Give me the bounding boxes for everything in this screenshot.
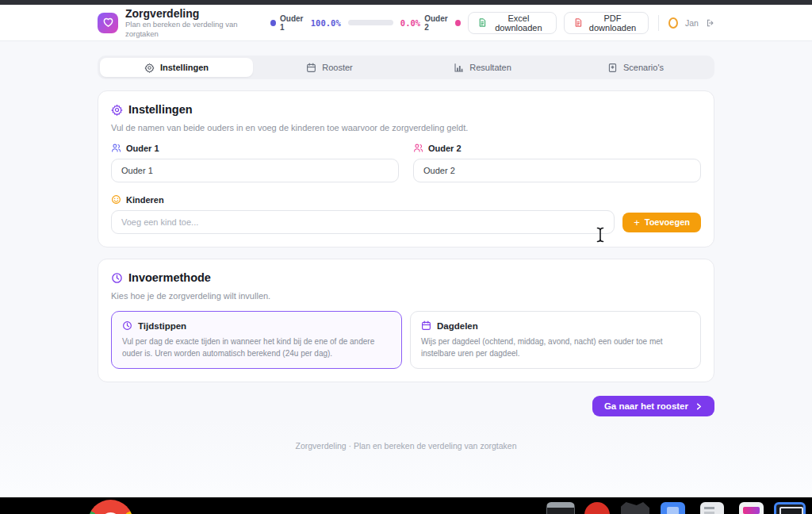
go-to-rooster-button[interactable]: Ga naar het rooster	[592, 396, 714, 416]
app-header: Zorgverdeling Plan en bereken de verdeli…	[0, 5, 812, 41]
smiley-icon	[111, 194, 121, 205]
console-icon[interactable]	[774, 502, 806, 514]
tab-instellingen[interactable]: Instellingen	[100, 58, 253, 77]
ouder2-dot-icon	[455, 20, 461, 26]
method-card-description: Kies hoe je de zorgverdeling wilt invull…	[111, 291, 701, 301]
ouder1-users-icon	[111, 143, 121, 153]
media-app-icon[interactable]	[739, 502, 764, 514]
terminal-icon[interactable]	[546, 502, 575, 514]
option-title: Dagdelen	[437, 321, 478, 331]
tab-rooster[interactable]: Rooster	[253, 58, 406, 77]
chrome-logo-icon[interactable]	[88, 500, 133, 514]
ouder2-field-label: Ouder 2	[428, 144, 462, 153]
tab-label: Instellingen	[160, 63, 209, 72]
calendar-icon	[306, 63, 316, 73]
desktop-taskbar	[0, 497, 812, 514]
option-description: Wijs per dagdeel (ochtend, middag, avond…	[421, 336, 690, 359]
bar-chart-icon	[454, 63, 464, 73]
cta-label: Ga naar het rooster	[604, 401, 688, 411]
ouder2-percentage: 0.0%	[400, 18, 420, 28]
method-card-title: Invoermethode	[128, 271, 211, 284]
pdf-button-label: PDF downloaden	[587, 13, 639, 33]
care-split-indicator: Ouder 1 100.0% 0.0% Ouder 2	[270, 14, 461, 32]
excel-button-label: Excel downloaden	[491, 13, 546, 33]
tab-label: Scenario's	[623, 63, 664, 72]
kinderen-field-label: Kinderen	[126, 195, 164, 205]
option-description: Vul per dag de exacte tijden in wanneer …	[122, 336, 391, 359]
chevron-right-icon	[695, 403, 703, 410]
settings-card-title: Instellingen	[128, 103, 193, 116]
clock-icon	[122, 320, 132, 331]
page-subtitle: Plan en bereken de verdeling van zorgtak…	[125, 20, 242, 39]
header-divider	[658, 15, 659, 31]
page-title: Zorgverdeling	[125, 7, 242, 20]
kind-input[interactable]	[111, 210, 615, 234]
footer-text: Zorgverdeling · Plan en bereken de verde…	[0, 441, 812, 451]
tab-resultaten[interactable]: Resultaten	[406, 58, 559, 77]
pdf-file-icon	[574, 17, 582, 28]
red-browser-icon[interactable]	[584, 502, 610, 514]
input-method-card: Invoermethode Kies hoe je de zorgverdeli…	[98, 259, 714, 382]
option-tijdstippen[interactable]: Tijdstippen Vul per dag de exacte tijden…	[111, 311, 402, 369]
ouder2-users-icon	[413, 143, 423, 153]
add-button-label: Toevoegen	[645, 217, 690, 227]
split-progress-bar	[348, 20, 393, 25]
settings-card: Instellingen Vul de namen van beide oude…	[98, 90, 714, 247]
user-name: Jan	[685, 18, 699, 28]
ouder2-input[interactable]	[413, 159, 701, 182]
user-avatar-icon[interactable]	[668, 17, 678, 29]
ouder1-field-label: Ouder 1	[126, 144, 159, 153]
desktop-screen: Zorgverdeling Plan en bereken de verdeli…	[0, 0, 812, 514]
excel-file-icon	[478, 17, 486, 28]
page-body: Instellingen Rooster Resultaten Scenario…	[0, 41, 812, 514]
main-tab-bar: Instellingen Rooster Resultaten Scenario…	[98, 56, 714, 79]
gear-icon	[144, 63, 155, 73]
bookmark-icon	[607, 63, 618, 73]
excel-download-button[interactable]: Excel downloaden	[468, 12, 557, 34]
settings-card-description: Vul de namen van beide ouders in en voeg…	[111, 123, 701, 132]
app-logo	[98, 13, 118, 33]
ouder1-dot-icon	[270, 20, 276, 26]
plus-icon: +	[634, 217, 640, 228]
file-manager-icon[interactable]	[661, 502, 685, 514]
heart-icon	[102, 17, 114, 29]
logout-icon[interactable]	[706, 17, 714, 29]
ouder1-percentage: 100.0%	[311, 18, 341, 28]
text-editor-icon[interactable]	[700, 502, 724, 514]
ouder2-share-label: Ouder 2	[424, 14, 451, 32]
ouder1-input[interactable]	[111, 159, 399, 182]
tab-label: Resultaten	[469, 63, 511, 72]
clock-icon	[111, 272, 123, 284]
tab-scenarios[interactable]: Scenario's	[559, 58, 712, 77]
calendar-icon	[421, 320, 431, 331]
tab-label: Rooster	[322, 63, 353, 72]
gear-icon	[111, 104, 123, 116]
option-dagdelen[interactable]: Dagdelen Wijs per dagdeel (ochtend, midd…	[410, 311, 701, 369]
pdf-download-button[interactable]: PDF downloaden	[564, 12, 649, 34]
option-title: Tijdstippen	[138, 321, 186, 331]
dark-app-icon[interactable]	[621, 502, 649, 514]
add-child-button[interactable]: + Toevoegen	[622, 213, 701, 232]
ouder1-share-label: Ouder 1	[280, 14, 307, 32]
